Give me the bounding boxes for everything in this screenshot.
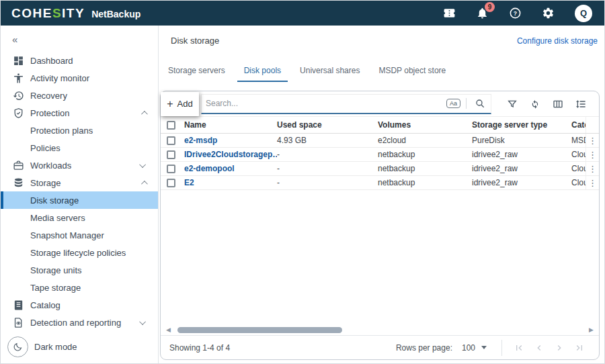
toolbar-divider bbox=[466, 98, 467, 109]
search-input[interactable] bbox=[206, 99, 446, 108]
used-space-value: - bbox=[277, 178, 378, 187]
sidebar-item-dashboard[interactable]: Dashboard bbox=[1, 52, 158, 69]
chevron-up-icon bbox=[141, 180, 148, 187]
sidebar-item-activity-monitor[interactable]: Activity monitor bbox=[1, 69, 158, 87]
pagination-divider bbox=[501, 340, 502, 356]
scrollbar-track[interactable] bbox=[172, 326, 588, 333]
scrollbar-thumb[interactable] bbox=[177, 327, 342, 333]
column-header-volumes[interactable]: Volumes bbox=[378, 120, 472, 130]
next-page-button[interactable] bbox=[549, 343, 569, 353]
column-header-storage-server-type[interactable]: Storage server type bbox=[472, 120, 571, 130]
collapse-chevrons-icon: « bbox=[12, 34, 17, 45]
disk-pool-link[interactable]: e2-demopool bbox=[184, 164, 235, 173]
sidebar-item-storage[interactable]: Storage bbox=[1, 174, 158, 191]
column-header-category[interactable]: Categ bbox=[571, 120, 586, 130]
sidebar-item-label: Storage units bbox=[30, 265, 82, 275]
tab-storage-servers[interactable]: Storage servers bbox=[161, 62, 232, 82]
dark-mode-toggle[interactable]: Dark mode bbox=[1, 331, 158, 364]
last-page-button[interactable] bbox=[569, 343, 590, 353]
sidebar-item-label: Activity monitor bbox=[30, 73, 89, 83]
disk-pools-panel: + Add Aa bbox=[160, 91, 600, 360]
column-header-used-space[interactable]: Used space bbox=[277, 120, 378, 130]
sidebar-item-label: Disk storage bbox=[30, 195, 79, 206]
sidebar-item-media-servers[interactable]: Media servers bbox=[1, 209, 158, 226]
settings-gear-icon bbox=[542, 7, 555, 19]
disk-pool-link[interactable]: E2 bbox=[184, 178, 194, 187]
storage-database-icon bbox=[12, 177, 25, 189]
sidebar-item-workloads[interactable]: Workloads bbox=[1, 156, 158, 174]
help-icon: ? bbox=[509, 7, 522, 19]
filter-button[interactable] bbox=[501, 95, 524, 113]
table-empty-space bbox=[161, 190, 599, 324]
sidebar-item-storage-units[interactable]: Storage units bbox=[1, 261, 158, 279]
sidebar-item-label: Tape storage bbox=[30, 283, 81, 293]
row-menu-icon[interactable]: ⋮ bbox=[588, 179, 597, 187]
row-menu-icon[interactable]: ⋮ bbox=[588, 136, 597, 145]
table-row: e2-demopool - netbackup idrivee2_raw Clo… bbox=[161, 162, 599, 176]
ticket-button[interactable] bbox=[443, 7, 456, 19]
protection-shield-icon bbox=[12, 107, 25, 120]
search-icon bbox=[475, 98, 485, 109]
used-space-value: - bbox=[277, 150, 378, 159]
tab-bar: Storage servers Disk pools Universal sha… bbox=[159, 46, 604, 82]
add-button[interactable]: + Add bbox=[161, 92, 199, 116]
logo-text: COHE bbox=[11, 6, 52, 20]
sidebar-collapse-button[interactable]: « bbox=[1, 26, 158, 52]
column-header-name[interactable]: Name bbox=[184, 120, 277, 130]
sidebar-item-recovery[interactable]: Recovery bbox=[1, 87, 158, 104]
volumes-value: netbackup bbox=[378, 150, 472, 159]
sidebar-item-protection-plans[interactable]: Protection plans bbox=[1, 122, 158, 139]
sidebar-item-label: Media servers bbox=[30, 213, 85, 223]
search-submit-button[interactable] bbox=[472, 95, 488, 112]
notifications-button[interactable]: 9 bbox=[476, 7, 489, 19]
sidebar-item-disk-storage[interactable]: Disk storage bbox=[1, 191, 158, 209]
sidebar-item-tape-storage[interactable]: Tape storage bbox=[1, 279, 158, 296]
first-page-button[interactable] bbox=[509, 343, 529, 353]
settings-button[interactable] bbox=[542, 7, 555, 19]
volumes-value: netbackup bbox=[378, 178, 472, 187]
columns-icon bbox=[553, 99, 563, 109]
sidebar-item-label: Protection bbox=[30, 108, 70, 118]
help-button[interactable]: ? bbox=[509, 7, 522, 19]
page-header: Disk storage Configure disk storage bbox=[159, 26, 604, 46]
sidebar-item-label: Recovery bbox=[30, 91, 67, 101]
user-avatar[interactable]: Q bbox=[575, 5, 592, 22]
sidebar-item-policies[interactable]: Policies bbox=[1, 139, 158, 156]
category-value: Clou bbox=[571, 178, 586, 187]
refresh-button[interactable] bbox=[524, 95, 547, 113]
disk-pool-link[interactable]: e2-msdp bbox=[184, 136, 217, 145]
row-checkbox[interactable] bbox=[167, 136, 175, 145]
svg-text:?: ? bbox=[514, 10, 517, 17]
row-checkbox[interactable] bbox=[167, 150, 175, 159]
sidebar-item-detection-and-reporting[interactable]: Detection and reporting bbox=[1, 314, 158, 331]
configure-disk-storage-link[interactable]: Configure disk storage bbox=[517, 36, 598, 46]
sidebar-item-snapshot-manager[interactable]: Snapshot Manager bbox=[1, 226, 158, 244]
previous-page-button[interactable] bbox=[529, 343, 549, 353]
match-case-toggle[interactable]: Aa bbox=[446, 99, 460, 108]
table-row: E2 - netbackup idrivee2_raw Clou ⋮ bbox=[161, 176, 599, 190]
tab-universal-shares[interactable]: Universal shares bbox=[293, 62, 366, 82]
tab-disk-pools[interactable]: Disk pools bbox=[237, 62, 288, 82]
row-menu-icon[interactable]: ⋮ bbox=[588, 150, 597, 159]
sidebar-item-catalog[interactable]: Catalog bbox=[1, 296, 158, 314]
table-footer: Showing 1-4 of 4 Rows per page: 100 bbox=[161, 335, 599, 359]
rows-per-page-select[interactable]: 100 bbox=[462, 343, 487, 353]
sidebar-item-protection[interactable]: Protection bbox=[1, 104, 158, 122]
activity-monitor-icon bbox=[12, 72, 25, 85]
tab-msdp-object-store[interactable]: MSDP object store bbox=[372, 62, 452, 82]
row-density-button[interactable] bbox=[569, 95, 592, 113]
row-menu-icon[interactable]: ⋮ bbox=[588, 165, 597, 173]
manage-columns-button[interactable] bbox=[547, 95, 569, 113]
sidebar-item-storage-lifecycle-policies[interactable]: Storage lifecycle policies bbox=[1, 244, 158, 261]
row-checkbox[interactable] bbox=[167, 165, 175, 173]
top-header-bar: COHESITY NetBackup 9 ? bbox=[1, 1, 604, 26]
body-layout: « Dashboard Activity monitor Recovery Pr… bbox=[1, 26, 604, 363]
row-checkbox[interactable] bbox=[167, 179, 175, 187]
scroll-right-icon[interactable]: ▶ bbox=[588, 326, 595, 333]
scroll-left-icon[interactable]: ◀ bbox=[165, 326, 172, 333]
sidebar-item-label: Dashboard bbox=[30, 56, 73, 66]
main-content: Disk storage Configure disk storage Stor… bbox=[159, 26, 604, 363]
disk-pool-link[interactable]: IDrivee2Cloudstoragep… bbox=[184, 150, 277, 159]
select-all-checkbox[interactable] bbox=[167, 121, 175, 130]
storage-server-type-value: PureDisk bbox=[472, 136, 571, 145]
